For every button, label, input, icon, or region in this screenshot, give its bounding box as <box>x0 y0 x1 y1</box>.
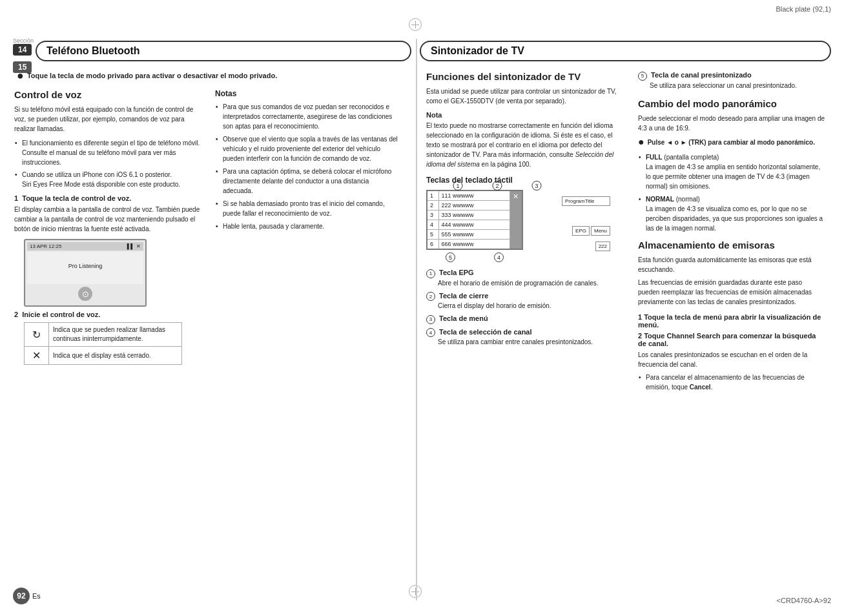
circle-2: 2 <box>493 181 502 190</box>
cambio-title: Cambio del modo panorámico <box>638 98 825 109</box>
nota-body: El texto puede no mostrarse correctament… <box>426 121 626 169</box>
section-label: Sección <box>13 37 34 44</box>
icon-phone-text: Indica que se pueden realizar llamadas c… <box>49 323 182 347</box>
tecla-menu-title: Tecla de menú <box>439 314 488 322</box>
tecla-presintonizado-desc: 5 Tecla de canal presintonizado Se utili… <box>638 71 825 90</box>
screen-icon-signal: ▌▌ <box>127 243 134 249</box>
step-1-body: El display cambia a la pantalla de contr… <box>14 205 205 234</box>
circle-1: 1 <box>453 181 463 190</box>
cambio-full: • FULL (pantalla completa) La imagen de … <box>638 152 825 191</box>
circle-nums-bottom: 5 4 <box>426 252 523 262</box>
tecla-presintonizado-body: Se utiliza para seleccionar un canal pre… <box>638 81 825 90</box>
step-2: 2 Inicie el control de voz. ↻ Indica que… <box>14 311 205 365</box>
screen-top-bar: 13 APR 12:25 ▌▌ ✕ <box>27 242 143 251</box>
two-col: Control de voz Si su teléfono móvil está… <box>14 89 407 369</box>
page-footer-left: 92 Es <box>13 588 41 604</box>
nota-title: Nota <box>426 111 626 119</box>
page-suffix: Es <box>32 592 41 600</box>
bullet-item-1: • El funcionamiento es diferente según e… <box>14 138 205 167</box>
overlay-epg[interactable]: EPG <box>572 226 590 236</box>
notes-list: • Para que sus comandos de voz puedan se… <box>215 102 399 231</box>
cancel-bold: Cancel <box>690 384 711 391</box>
icon-phone: ↻ <box>25 323 49 347</box>
note-5: • Hable lenta, pausada y claramente. <box>215 221 399 231</box>
key-num-3: 3 <box>427 210 438 220</box>
bullet-intro: ● Toque la tecla de modo privado para ac… <box>14 71 407 83</box>
key-num-5: 5 <box>427 230 438 240</box>
key-row-4: 4 444 wwwww <box>427 220 522 230</box>
circle-5: 5 <box>446 252 455 262</box>
overlay-epg-menu: EPG Menu <box>572 226 610 236</box>
footer-right: <CRD4760-A>92 <box>777 597 831 604</box>
step-1-title: 1 Toque la tecla de control de voz. <box>14 194 205 202</box>
control-de-voz-bullets: • El funcionamiento es diferente según e… <box>14 138 205 189</box>
key-label-1: 111 wwwww <box>438 190 509 201</box>
funciones-body: Esta unidad se puede utilizar para contr… <box>426 87 626 106</box>
tecla-cierre-body: Cierra el display del horario de emisión… <box>426 301 626 311</box>
key-num-1: 1 <box>427 190 438 201</box>
note-4: • Si se habla demasiado pronto tras el i… <box>215 199 399 218</box>
step-2-title: 2 Inicie el control de voz. <box>14 311 205 318</box>
tecla-epg-desc: 1 Tecla EPG Abre el horario de emisión d… <box>426 269 626 288</box>
cambio-normal: • NORMAL (normal) La imagen de 4:3 se vi… <box>638 194 825 233</box>
circle-seleccion: 4 <box>426 328 435 337</box>
cambio-normal-label: NORMAL <box>646 196 674 203</box>
alm-step2-list: • Para cancelar el almacenamiento de las… <box>638 373 825 392</box>
tecla-seleccion-desc: 4 Tecla de selección de canal Se utiliza… <box>426 328 626 347</box>
note-2: • Observe que el viento que sopla a trav… <box>215 134 399 163</box>
screen-voice-content: Pro Listening <box>27 252 143 284</box>
circle-presintonizado: 5 <box>638 72 647 81</box>
tecla-menu-desc: 3 Tecla de menú <box>426 314 626 324</box>
key-label-4: 444 wwwww <box>438 220 509 230</box>
right-column: Funciones del sintonizador de TV Esta un… <box>426 71 832 392</box>
note-3: • Para una captación óptima, se deberá c… <box>215 167 399 196</box>
cambio-body: Puede seleccionar el modo deseado para a… <box>638 114 825 133</box>
overlay-menu[interactable]: Menu <box>591 226 610 236</box>
icon-x-text: Indica que el display está cerrado. <box>49 347 182 365</box>
cambio-full-body: La imagen de 4:3 se amplía en sentido ho… <box>646 163 820 190</box>
note-1: • Para que sus comandos de voz puedan se… <box>215 102 399 131</box>
circle-nums-top: 1 2 3 <box>453 181 542 190</box>
key-num-2: 2 <box>427 201 438 210</box>
funciones-title: Funciones del sintonizador de TV <box>426 71 626 82</box>
tv-keyboard-table: 1 111 wwwww ✕ 2 222 wwwww 3 333 wwwww <box>426 190 523 250</box>
key-close-x[interactable]: ✕ <box>509 190 522 249</box>
right-left-sub: Funciones del sintonizador de TV Esta un… <box>426 71 626 392</box>
key-row-2: 2 222 wwwww <box>427 201 522 210</box>
overlay-channel-num: 222 <box>595 241 610 251</box>
cambio-bullet-main: ● Pulse ◄ o ► (TRK) para cambiar al modo… <box>638 138 825 148</box>
almacenamiento-title: Almacenamiento de emisoras <box>638 240 825 251</box>
tecla-epg-title: Tecla EPG <box>439 269 474 276</box>
bullet-item-2: • Cuando se utiliza un iPhone con iOS 6.… <box>14 170 205 189</box>
screen-home-btn[interactable]: ⊙ <box>78 287 92 301</box>
screen-icon-x: ✕ <box>136 243 141 249</box>
cambio-full-sub2: (pantalla completa) <box>664 154 719 161</box>
cambio-bullet-text: Pulse ◄ o ► (TRK) para cambiar al modo p… <box>648 138 815 147</box>
cambio-sub-list: • FULL (pantalla completa) La imagen de … <box>638 152 825 233</box>
key-num-4: 4 <box>427 220 438 230</box>
vertical-divider <box>416 39 417 601</box>
tecla-epg-body: Abre el horario de emisión de programaci… <box>426 278 626 288</box>
bullet-intro-text: Toque la tecla de modo privado para acti… <box>27 71 277 81</box>
control-de-voz-title: Control de voz <box>14 89 205 100</box>
circle-3: 3 <box>532 181 542 190</box>
cambio-normal-body: La imagen de 4:3 se visualiza como es, p… <box>646 205 823 232</box>
tecla-cierre-title: Tecla de cierre <box>439 292 488 300</box>
key-label-2: 222 wwwww <box>438 201 509 210</box>
header-plate: Black plate (92,1) <box>776 5 831 13</box>
control-de-voz-body: Si su teléfono móvil está equipado con l… <box>14 105 205 134</box>
key-label-3: 333 wwwww <box>438 210 509 220</box>
step-1: 1 Toque la tecla de control de voz. El d… <box>14 194 205 234</box>
bullet-dot: ● <box>17 69 24 83</box>
key-row-3: 3 333 wwwww <box>427 210 522 220</box>
right-two-col: Funciones del sintonizador de TV Esta un… <box>426 71 832 392</box>
tecla-presintonizado-title: Tecla de canal presintonizado <box>651 71 752 79</box>
right-right-sub: 5 Tecla de canal presintonizado Se utili… <box>638 71 825 392</box>
screen-icons: ▌▌ ✕ <box>127 243 141 249</box>
circle-cierre: 2 <box>426 292 435 301</box>
key-label-6: 666 wwwww <box>438 240 509 250</box>
page-num-circle: 92 <box>13 588 30 604</box>
left-section-header: Teléfono Bluetooth <box>36 41 411 61</box>
notes-col: Notas • Para que sus comandos de voz pue… <box>215 89 399 369</box>
key-label-5: 555 wwwww <box>438 230 509 240</box>
